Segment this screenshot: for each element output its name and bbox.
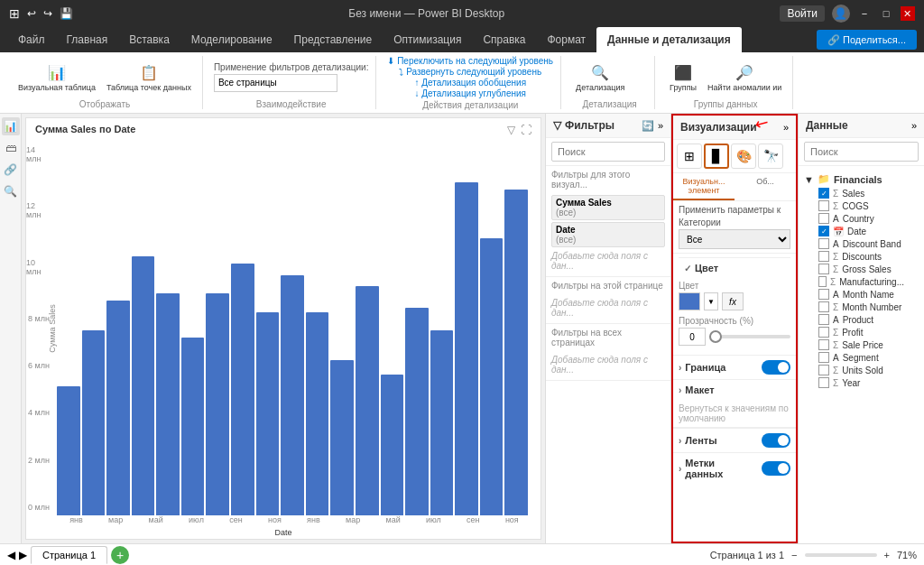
data-item-units-sold[interactable]: Σ Units Sold [804, 364, 919, 376]
data-panel-more[interactable]: » [911, 120, 917, 131]
bar-18[interactable] [480, 238, 504, 516]
data-item-product[interactable]: A Product [804, 313, 919, 326]
data-item-sales[interactable]: ✓ Σ Sales [804, 187, 919, 199]
bar-1[interactable] [57, 386, 80, 516]
bar-5[interactable] [156, 293, 180, 515]
border-section[interactable]: › Граница [673, 355, 796, 379]
viz-more-icon[interactable]: » [783, 122, 789, 133]
save-icon[interactable]: 💾 [60, 7, 73, 20]
page-tab-1[interactable]: Страница 1 [31, 546, 107, 564]
sale-price-checkbox[interactable] [818, 339, 829, 350]
transparency-input[interactable] [679, 328, 706, 346]
tab-view[interactable]: Представление [283, 27, 383, 52]
cogs-checkbox[interactable] [818, 200, 829, 211]
data-search-input[interactable] [804, 142, 919, 162]
bar-2[interactable] [82, 330, 106, 515]
gross-sales-checkbox[interactable] [818, 264, 829, 274]
country-checkbox[interactable] [818, 213, 829, 224]
zoom-slider[interactable] [805, 553, 877, 557]
viz-tab-element[interactable]: Визуальн... элемент [673, 173, 735, 200]
maximize-btn[interactable]: □ [879, 6, 893, 21]
side-data-icon[interactable]: 🗃 [2, 139, 20, 157]
categories-dropdown[interactable]: Все [679, 229, 790, 249]
data-item-date[interactable]: ✓ 📅 Date [804, 225, 919, 237]
units-sold-checkbox[interactable] [818, 365, 829, 375]
viz-format-icon[interactable]: 🎨 [731, 144, 756, 169]
data-item-profit[interactable]: Σ Profit [804, 326, 919, 338]
visual-table-btn[interactable]: 📊 Визуальная таблица [14, 60, 99, 94]
bar-10[interactable] [281, 275, 304, 516]
discounts-checkbox[interactable] [818, 251, 829, 262]
layout-section[interactable]: › Макет [673, 379, 796, 400]
viz-bar-chart-icon[interactable]: ▊ [704, 144, 729, 169]
avatar[interactable]: 👤 [832, 5, 850, 23]
page-add-btn[interactable]: + [111, 546, 129, 564]
close-btn[interactable]: ✕ [901, 6, 915, 21]
bar-4[interactable] [132, 256, 155, 515]
data-item-country[interactable]: A Country [804, 212, 919, 225]
bar-15[interactable] [405, 308, 429, 515]
filter-suma-sales[interactable]: Сумма Sales (все) [551, 195, 665, 220]
page-next-btn[interactable]: ▶ [19, 549, 27, 561]
data-item-segment[interactable]: A Segment [804, 351, 919, 364]
groups-btn[interactable]: ⬛ Группы [666, 60, 700, 94]
zoom-out-btn[interactable]: − [791, 550, 797, 560]
month-number-checkbox[interactable] [818, 301, 829, 312]
data-item-year[interactable]: Σ Year [804, 376, 919, 389]
tab-optimize[interactable]: Оптимизация [383, 27, 472, 52]
filter-more-icon[interactable]: » [658, 120, 663, 132]
drill-deep-btn[interactable]: ↓ Детализация углубления [415, 88, 526, 98]
bar-6[interactable] [181, 338, 205, 515]
bar-19[interactable] [504, 190, 528, 515]
tab-format[interactable]: Формат [536, 27, 596, 52]
bar-3[interactable] [106, 301, 130, 515]
page-prev-btn[interactable]: ◀ [7, 549, 15, 561]
data-item-month-name[interactable]: A Month Name [804, 288, 919, 301]
chart-expand-icon[interactable]: ⛶ [521, 124, 531, 136]
color-collapse[interactable]: ✓ Цвет [679, 257, 790, 278]
fx-btn[interactable]: fx [722, 292, 744, 310]
undo-btn[interactable]: ↩ [27, 7, 36, 20]
border-toggle[interactable] [762, 360, 790, 375]
signin-btn[interactable]: Войти [780, 5, 825, 22]
filters-search-input[interactable] [551, 142, 665, 162]
tab-data-drill[interactable]: Данные и детализация [596, 27, 742, 52]
profit-checkbox[interactable] [818, 327, 829, 338]
date-checkbox[interactable]: ✓ [818, 226, 829, 236]
drill-next-btn[interactable]: ⬇ Переключить на следующий уровень [387, 56, 553, 66]
slider-track[interactable] [709, 335, 790, 338]
data-item-discounts[interactable]: Σ Discounts [804, 250, 919, 263]
month-name-checkbox[interactable] [818, 289, 829, 300]
sales-checkbox[interactable]: ✓ [818, 188, 829, 199]
minimize-btn[interactable]: − [857, 6, 872, 21]
data-item-gross-sales[interactable]: Σ Gross Sales [804, 263, 919, 275]
side-report-icon[interactable]: 📊 [2, 117, 20, 135]
ribbons-section[interactable]: › Ленты [673, 428, 796, 452]
data-item-sale-price[interactable]: Σ Sale Price [804, 338, 919, 351]
data-labels-section[interactable]: › Метки данных [673, 452, 796, 484]
side-explore-icon[interactable]: 🔍 [2, 182, 20, 200]
chart-filter-icon[interactable]: ▽ [507, 124, 515, 136]
tab-file[interactable]: Файл [7, 27, 56, 52]
bar-14[interactable] [381, 375, 404, 515]
manufacturing-checkbox[interactable] [818, 276, 827, 287]
ribbons-toggle[interactable] [762, 433, 790, 448]
tab-insert[interactable]: Вставка [118, 27, 180, 52]
segment-checkbox[interactable] [818, 352, 829, 363]
data-item-cogs[interactable]: Σ COGS [804, 199, 919, 212]
drill-expand-btn[interactable]: ⤵ Развернуть следующий уровень [399, 67, 541, 77]
viz-table-icon[interactable]: ⊞ [677, 144, 702, 169]
data-item-month-number[interactable]: Σ Month Number [804, 301, 919, 313]
year-checkbox[interactable] [818, 377, 829, 388]
bar-17[interactable] [455, 182, 478, 515]
color-dropdown-btn[interactable]: ▼ [704, 292, 718, 310]
data-points-btn[interactable]: 📋 Таблица точек данных [103, 60, 195, 94]
tab-modeling[interactable]: Моделирование [180, 27, 283, 52]
discount-band-checkbox[interactable] [818, 238, 829, 249]
data-item-discount-band[interactable]: A Discount Band [804, 237, 919, 250]
details-btn[interactable]: 🔍 Детализация [572, 60, 628, 94]
tab-home[interactable]: Главная [56, 27, 119, 52]
slider-thumb[interactable] [709, 330, 722, 343]
viz-tab-about[interactable]: Об... [735, 173, 796, 200]
bar-11[interactable] [306, 312, 329, 516]
